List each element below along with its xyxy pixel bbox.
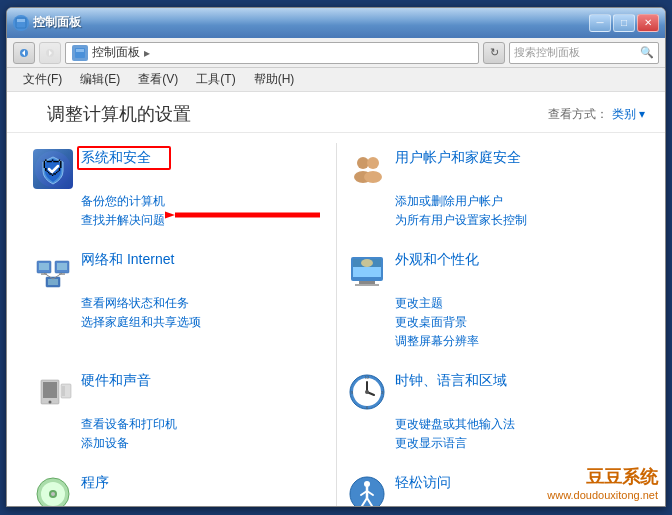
svg-rect-7: [76, 49, 84, 52]
svg-point-26: [361, 259, 373, 267]
menu-file[interactable]: 文件(F): [15, 69, 70, 90]
menu-bar: 文件(F) 编辑(E) 查看(V) 工具(T) 帮助(H): [7, 68, 665, 92]
refresh-button[interactable]: ↻: [483, 42, 505, 64]
svg-rect-1: [17, 19, 25, 22]
search-placeholder-text: 搜索控制面板: [514, 45, 580, 60]
category-appearance-header: 外观和个性化: [347, 251, 639, 291]
network-sublinks: 查看网络状态和任务 选择家庭组和共享选项: [81, 295, 325, 331]
svg-rect-17: [57, 263, 67, 270]
menu-view[interactable]: 查看(V): [130, 69, 186, 90]
category-program-header: 程序: [33, 474, 325, 506]
svg-rect-30: [43, 382, 57, 398]
svg-text:12: 12: [365, 375, 370, 380]
program-title-link[interactable]: 程序: [81, 474, 109, 492]
svg-point-11: [367, 157, 379, 169]
user-icon: [347, 149, 387, 189]
title-bar-left: 控制面板: [13, 14, 81, 31]
forward-button[interactable]: [39, 42, 61, 64]
content-area: 调整计算机的设置 查看方式： 类别 ▾: [7, 92, 665, 506]
ease-icon: [347, 474, 387, 506]
clock-sublinks: 更改键盘或其他输入法 更改显示语言: [395, 416, 639, 452]
minimize-button[interactable]: ─: [589, 14, 611, 32]
category-user-header: 用户帐户和家庭安全: [347, 149, 639, 189]
content-header: 调整计算机的设置 查看方式： 类别 ▾: [7, 92, 665, 133]
svg-point-31: [49, 401, 52, 404]
categories-grid: 系统和安全 备份您的计算机 查找并解决问题: [7, 133, 665, 506]
red-arrow: [165, 195, 325, 235]
user-title-link[interactable]: 用户帐户和家庭安全: [395, 149, 521, 167]
system-title-area: 系统和安全: [81, 149, 151, 167]
window-icon: [13, 15, 29, 31]
network-icon: [33, 251, 73, 291]
category-hardware-header: 硬件和声音: [33, 372, 325, 412]
appearance-sub-0[interactable]: 更改主题: [395, 295, 639, 312]
menu-edit[interactable]: 编辑(E): [72, 69, 128, 90]
clock-icon: 12 3 9 6: [347, 372, 387, 412]
watermark-brand: 豆豆系统: [547, 465, 658, 489]
svg-rect-27: [359, 281, 375, 284]
category-clock-header: 12 3 9 6 时钟、语言和区域: [347, 372, 639, 412]
clock-sub-0[interactable]: 更改键盘或其他输入法: [395, 416, 639, 433]
svg-point-12: [364, 171, 382, 183]
network-sub-0[interactable]: 查看网络状态和任务: [81, 295, 325, 312]
category-appearance: 外观和个性化 更改主题 更改桌面背景 调整屏幕分辨率: [341, 245, 645, 356]
hardware-sublinks: 查看设备和打印机 添加设备: [81, 416, 325, 452]
network-title-link[interactable]: 网络和 Internet: [81, 251, 174, 269]
view-type[interactable]: 类别 ▾: [612, 106, 645, 123]
category-network: 网络和 Internet 查看网络状态和任务 选择家庭组和共享选项: [27, 245, 331, 356]
search-icon: 🔍: [640, 46, 654, 59]
network-sub-1[interactable]: 选择家庭组和共享选项: [81, 314, 325, 331]
hardware-sub-0[interactable]: 查看设备和打印机: [81, 416, 325, 433]
hardware-title-link[interactable]: 硬件和声音: [81, 372, 151, 390]
back-button[interactable]: [13, 42, 35, 64]
main-window: 控制面板 ─ □ ✕: [6, 7, 666, 507]
system-icon: [33, 149, 73, 189]
view-label: 查看方式：: [548, 106, 608, 123]
program-icon: [33, 474, 73, 506]
view-mode-selector[interactable]: 查看方式： 类别 ▾: [548, 106, 645, 123]
appearance-sub-1[interactable]: 更改桌面背景: [395, 314, 639, 331]
category-program: 程序 卸载程序: [27, 468, 331, 506]
category-hardware: 硬件和声音 查看设备和打印机 添加设备: [27, 366, 331, 458]
column-divider: [336, 143, 337, 506]
appearance-sublinks: 更改主题 更改桌面背景 调整屏幕分辨率: [395, 295, 639, 350]
svg-point-8: [35, 151, 71, 187]
window-controls: ─ □ ✕: [589, 14, 659, 32]
user-sub-0[interactable]: 添加或删除用户帐户: [395, 193, 639, 210]
svg-rect-20: [48, 279, 58, 285]
hardware-sub-1[interactable]: 添加设备: [81, 435, 325, 452]
menu-help[interactable]: 帮助(H): [246, 69, 303, 90]
window-title: 控制面板: [33, 14, 81, 31]
user-sublinks: 添加或删除用户帐户 为所有用户设置家长控制: [395, 193, 639, 229]
svg-rect-33: [62, 386, 65, 396]
category-clock: 12 3 9 6 时钟、语言和区域 更改键盘或其他输入法 更改显示语言: [341, 366, 645, 458]
maximize-button[interactable]: □: [613, 14, 635, 32]
title-bar: 控制面板 ─ □ ✕: [7, 8, 665, 38]
address-field[interactable]: 控制面板 ▸: [65, 42, 479, 64]
appearance-title-link[interactable]: 外观和个性化: [395, 251, 479, 269]
svg-rect-28: [355, 284, 379, 286]
clock-title-link[interactable]: 时钟、语言和区域: [395, 372, 507, 390]
search-field-container[interactable]: 搜索控制面板 🔍: [509, 42, 659, 64]
svg-point-46: [51, 492, 55, 496]
clock-sub-1[interactable]: 更改显示语言: [395, 435, 639, 452]
address-icon: [72, 45, 88, 61]
address-separator: ▸: [144, 46, 150, 60]
ease-title-link[interactable]: 轻松访问: [395, 474, 451, 492]
content-title: 调整计算机的设置: [47, 102, 191, 126]
hardware-icon: [33, 372, 73, 412]
close-button[interactable]: ✕: [637, 14, 659, 32]
category-system-header: 系统和安全: [33, 149, 325, 189]
user-sub-1[interactable]: 为所有用户设置家长控制: [395, 212, 639, 229]
appearance-sub-2[interactable]: 调整屏幕分辨率: [395, 333, 639, 350]
watermark-url: www.doudouxitong.net: [547, 489, 658, 501]
category-network-header: 网络和 Internet: [33, 251, 325, 291]
system-title-link[interactable]: 系统和安全: [81, 149, 151, 167]
svg-rect-14: [39, 263, 49, 270]
svg-point-38: [365, 390, 369, 394]
address-text: 控制面板: [92, 44, 140, 61]
category-user: 用户帐户和家庭安全 添加或删除用户帐户 为所有用户设置家长控制: [341, 143, 645, 235]
menu-tools[interactable]: 工具(T): [188, 69, 243, 90]
address-bar: 控制面板 ▸ ↻ 搜索控制面板 🔍: [7, 38, 665, 68]
watermark: 豆豆系统 www.doudouxitong.net: [547, 465, 658, 501]
